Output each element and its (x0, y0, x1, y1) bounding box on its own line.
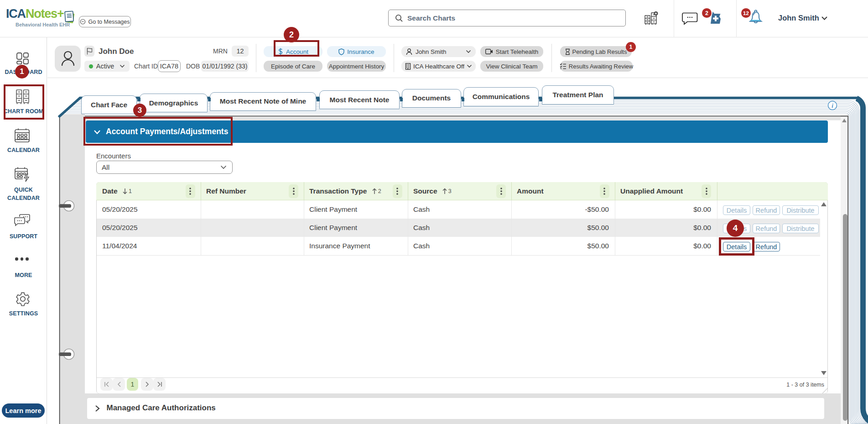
svg-text:i: i (832, 102, 833, 109)
